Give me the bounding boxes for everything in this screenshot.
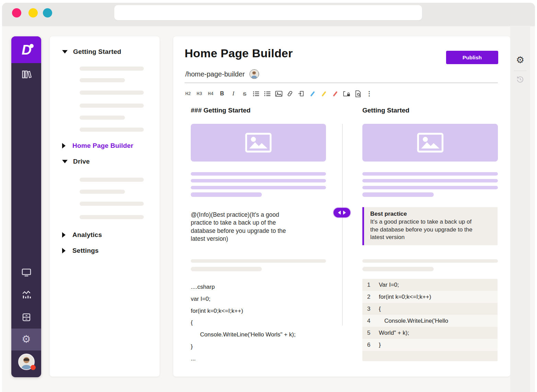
tree-item-label: Getting Started xyxy=(73,48,121,56)
app-nav-rail: D xyxy=(11,36,41,377)
heading3-button[interactable]: H3 xyxy=(195,89,204,98)
browser-chrome xyxy=(2,3,535,26)
ordered-list-button[interactable] xyxy=(263,89,272,98)
image-placeholder-icon xyxy=(245,133,272,153)
article-settings-button[interactable]: ⚙ xyxy=(510,55,530,66)
tree-item-label: Analytics xyxy=(72,231,102,239)
skeleton-bar xyxy=(362,259,498,263)
skeleton-bar xyxy=(362,172,498,176)
image-icon xyxy=(275,91,282,97)
svg-text:D: D xyxy=(22,42,32,57)
editor-panel: Home Page Builder /home-page-builder Pub… xyxy=(173,36,510,377)
private-block-button[interactable] xyxy=(342,89,351,98)
red-pen-icon xyxy=(333,91,337,96)
annotate-yellow-button[interactable] xyxy=(319,89,328,98)
tree-item-label: Settings xyxy=(72,247,99,254)
url-bar[interactable] xyxy=(114,5,422,20)
annotate-blue-button[interactable] xyxy=(308,89,317,98)
split-resize-handle[interactable] xyxy=(334,208,350,217)
code-line: 5 World" + k); xyxy=(362,327,498,339)
sidebar-item-analytics[interactable] xyxy=(11,289,41,300)
sidebar-item-site[interactable] xyxy=(11,267,41,278)
tree-item-drive[interactable]: Drive xyxy=(62,158,90,165)
arrow-left-icon xyxy=(338,211,341,215)
skeleton-bar xyxy=(80,178,144,182)
skeleton-bar xyxy=(191,192,262,197)
italic-button[interactable]: I xyxy=(229,89,238,98)
source-code-block: ....csharp var I=0; for(int k=0;k<=I;k++… xyxy=(191,281,295,365)
insert-template-button[interactable] xyxy=(297,89,306,98)
code-line: 3 { xyxy=(362,303,498,315)
library-books-icon xyxy=(21,69,32,80)
insert-image-button[interactable] xyxy=(274,89,283,98)
bold-button[interactable]: B xyxy=(218,89,226,98)
monitor-icon xyxy=(21,267,32,278)
window-close-button[interactable] xyxy=(12,8,21,17)
code-line: 1 Var I=0; xyxy=(362,279,498,291)
page-title: Home Page Builder xyxy=(185,47,293,60)
yellow-pen-icon xyxy=(322,91,326,96)
tree-item-settings[interactable]: Settings xyxy=(62,247,99,254)
article-slug-row: /home-page-builder xyxy=(185,69,259,79)
sidebar-item-drive[interactable] xyxy=(11,312,41,322)
insert-link-button[interactable] xyxy=(285,89,294,98)
window-zoom-button[interactable] xyxy=(43,8,52,17)
formatting-toolbar: H2 H3 H4 B I S xyxy=(184,88,374,99)
annotate-red-button[interactable] xyxy=(331,89,340,98)
chevron-down-icon xyxy=(62,50,68,54)
callout-title: Best practice xyxy=(370,211,493,217)
best-practice-callout: Best practice It's a good practice to ta… xyxy=(362,207,498,245)
bullet-list-button[interactable] xyxy=(252,89,260,98)
more-options-button[interactable]: ⋮ xyxy=(365,89,374,98)
version-history-button[interactable] xyxy=(516,75,525,84)
heading4-button[interactable]: H4 xyxy=(206,89,215,98)
skeleton-bar xyxy=(80,104,144,108)
skeleton-bar xyxy=(80,91,144,95)
header-divider xyxy=(185,83,498,83)
doc-preview-button[interactable] xyxy=(353,89,362,98)
skeleton-bar xyxy=(191,267,262,271)
sidebar-item-library[interactable] xyxy=(11,69,41,80)
link-icon xyxy=(287,90,293,97)
image-placeholder-block xyxy=(191,124,326,162)
chevron-down-icon xyxy=(62,160,68,163)
preview-code-block: 1 Var I=0; 2 for(int k=0;k<=I;k++) 3 { 4… xyxy=(362,279,498,361)
history-restore-icon xyxy=(516,75,525,84)
strikethrough-button[interactable]: S xyxy=(240,89,249,98)
tree-item-analytics[interactable]: Analytics xyxy=(62,231,102,239)
skeleton-bar xyxy=(362,186,498,189)
skeleton-bar xyxy=(191,259,326,263)
app-logo[interactable]: D xyxy=(11,36,41,63)
settings-gear-icon: ⚙ xyxy=(22,334,31,344)
rail-divider xyxy=(514,71,527,71)
skeleton-bar xyxy=(362,192,434,197)
skeleton-bar xyxy=(80,78,125,82)
doc-search-icon xyxy=(355,90,361,97)
window-minimize-button[interactable] xyxy=(28,8,38,17)
source-heading: ### Getting Started xyxy=(191,107,250,114)
tree-item-getting-started[interactable]: Getting Started xyxy=(62,48,121,56)
code-line: 4 Console.WriteLine('Hello xyxy=(362,315,498,327)
skeleton-bar xyxy=(80,116,125,120)
chevron-right-icon xyxy=(62,248,66,253)
utility-rail: ⚙ xyxy=(510,26,530,392)
pane-divider xyxy=(342,124,343,325)
skeleton-bar xyxy=(362,267,434,271)
code-block-footer xyxy=(362,351,498,361)
publish-button[interactable]: Publish xyxy=(446,51,498,64)
skeleton-bar xyxy=(362,179,498,182)
tree-item-label-selected: Home Page Builder xyxy=(72,142,133,150)
sidebar-item-settings-active[interactable]: ⚙ xyxy=(11,329,41,351)
article-slug[interactable]: /home-page-builder xyxy=(185,70,245,78)
ordered-list-icon xyxy=(264,91,271,97)
bullet-list-icon xyxy=(253,91,259,97)
skeleton-bar xyxy=(80,128,144,132)
source-callout-text: @(Info)(Best practice)(It's a good pract… xyxy=(191,211,314,243)
analytics-chart-icon xyxy=(21,289,32,300)
image-placeholder-block xyxy=(362,124,498,162)
chevron-right-icon xyxy=(62,232,66,238)
image-placeholder-icon xyxy=(417,133,444,153)
tree-item-home-page-builder[interactable]: Home Page Builder xyxy=(62,142,133,150)
contributor-avatar[interactable] xyxy=(249,69,259,79)
heading2-button[interactable]: H2 xyxy=(184,89,192,98)
